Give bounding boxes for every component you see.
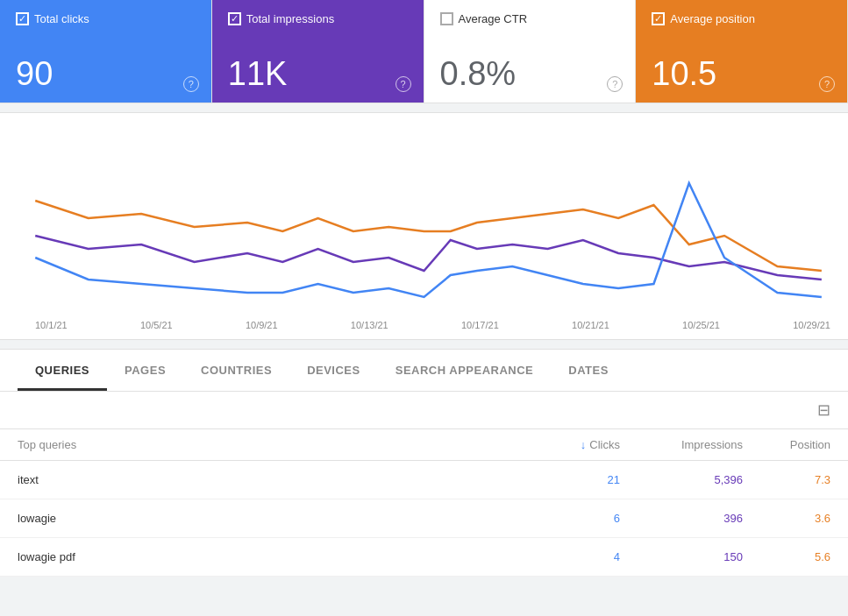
bottom-section: QUERIESPAGESCOUNTRIESDEVICESSEARCH APPEA… bbox=[0, 349, 848, 577]
metric-label-average-ctr: Average CTR bbox=[459, 12, 528, 25]
metrics-bar: Total clicks90?Total impressions11K?Aver… bbox=[0, 0, 848, 103]
cell-position: 7.3 bbox=[743, 473, 830, 486]
tab-countries[interactable]: COUNTRIES bbox=[183, 350, 289, 391]
x-label-1: 10/5/21 bbox=[140, 320, 173, 330]
cell-clicks: 4 bbox=[515, 550, 620, 563]
metric-header-total-impressions: Total impressions bbox=[228, 12, 408, 25]
metric-value-total-clicks: 90 bbox=[16, 57, 196, 90]
metric-value-total-impressions: 11K bbox=[228, 57, 408, 90]
question-icon-total-impressions[interactable]: ? bbox=[395, 76, 411, 92]
metric-value-average-position: 10.5 bbox=[652, 57, 831, 90]
metric-label-average-position: Average position bbox=[670, 12, 755, 25]
checkbox-total-impressions[interactable] bbox=[228, 12, 241, 25]
header-query: Top queries bbox=[18, 438, 515, 451]
table-header: Top queries ↓ Clicks Impressions Positio… bbox=[0, 429, 848, 461]
cell-query: lowagie pdf bbox=[18, 550, 515, 563]
tab-pages[interactable]: PAGES bbox=[107, 350, 183, 391]
metric-label-total-clicks: Total clicks bbox=[34, 12, 89, 25]
table-body: itext 21 5,396 7.3 lowagie 6 396 3.6 low… bbox=[0, 461, 848, 577]
metric-header-total-clicks: Total clicks bbox=[16, 12, 196, 25]
header-impressions[interactable]: Impressions bbox=[620, 438, 743, 451]
chart-container bbox=[9, 131, 839, 315]
header-clicks[interactable]: ↓ Clicks bbox=[515, 438, 620, 451]
metric-card-total-impressions[interactable]: Total impressions11K? bbox=[212, 0, 424, 103]
tab-dates[interactable]: DATES bbox=[551, 350, 626, 391]
cell-clicks: 21 bbox=[515, 473, 620, 486]
question-icon-average-ctr[interactable]: ? bbox=[607, 76, 623, 92]
table-row[interactable]: itext 21 5,396 7.3 bbox=[0, 461, 848, 499]
x-label-6: 10/25/21 bbox=[682, 320, 720, 330]
question-icon-average-position[interactable]: ? bbox=[819, 76, 835, 92]
header-position[interactable]: Position bbox=[743, 438, 830, 451]
table-toolbar: ⊟ bbox=[0, 392, 848, 429]
table-row[interactable]: lowagie 6 396 3.6 bbox=[0, 499, 848, 538]
cell-position: 3.6 bbox=[743, 512, 830, 525]
question-icon-total-clicks[interactable]: ? bbox=[183, 76, 199, 92]
cell-clicks: 6 bbox=[515, 512, 620, 525]
checkbox-average-ctr[interactable] bbox=[440, 12, 453, 25]
cell-position: 5.6 bbox=[743, 550, 830, 563]
metric-header-average-ctr: Average CTR bbox=[440, 12, 620, 25]
chart-section: 10/1/21 10/5/21 10/9/21 10/13/21 10/17/2… bbox=[0, 112, 848, 340]
x-axis-labels: 10/1/21 10/5/21 10/9/21 10/13/21 10/17/2… bbox=[9, 315, 839, 330]
x-label-7: 10/29/21 bbox=[793, 320, 830, 330]
sort-arrow: ↓ bbox=[581, 438, 587, 451]
cell-impressions: 150 bbox=[620, 550, 743, 563]
metric-card-average-ctr[interactable]: Average CTR0.8%? bbox=[424, 0, 637, 103]
tab-search-appearance[interactable]: SEARCH APPEARANCE bbox=[378, 350, 552, 391]
x-label-4: 10/17/21 bbox=[461, 320, 499, 330]
metric-card-average-position[interactable]: Average position10.5? bbox=[636, 0, 848, 103]
x-label-0: 10/1/21 bbox=[35, 320, 68, 330]
x-label-5: 10/21/21 bbox=[572, 320, 609, 330]
cell-query: itext bbox=[18, 473, 515, 486]
table-row[interactable]: lowagie pdf 4 150 5.6 bbox=[0, 538, 848, 577]
cell-impressions: 5,396 bbox=[620, 473, 743, 486]
tab-devices[interactable]: DEVICES bbox=[289, 350, 378, 391]
metric-card-total-clicks[interactable]: Total clicks90? bbox=[0, 0, 212, 103]
metric-value-average-ctr: 0.8% bbox=[440, 57, 620, 90]
tabs-bar: QUERIESPAGESCOUNTRIESDEVICESSEARCH APPEA… bbox=[0, 350, 848, 392]
x-label-2: 10/9/21 bbox=[246, 320, 278, 330]
cell-impressions: 396 bbox=[620, 512, 743, 525]
filter-icon[interactable]: ⊟ bbox=[817, 400, 830, 420]
performance-chart bbox=[9, 131, 839, 315]
x-label-3: 10/13/21 bbox=[351, 320, 388, 330]
cell-query: lowagie bbox=[18, 512, 515, 525]
metric-label-total-impressions: Total impressions bbox=[246, 12, 334, 25]
tab-queries[interactable]: QUERIES bbox=[18, 350, 107, 391]
checkbox-total-clicks[interactable] bbox=[16, 12, 29, 25]
metric-header-average-position: Average position bbox=[652, 12, 831, 25]
checkbox-average-position[interactable] bbox=[652, 12, 665, 25]
